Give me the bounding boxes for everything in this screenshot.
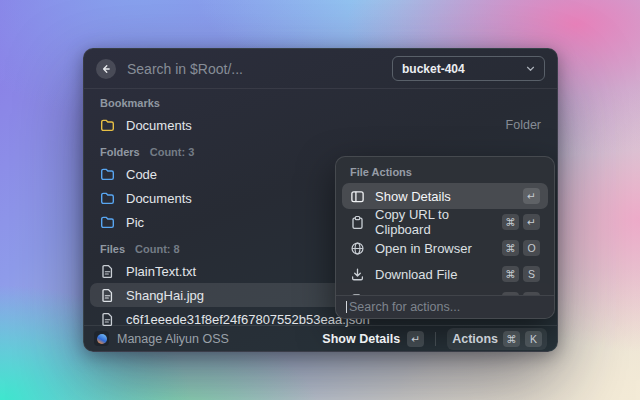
item-label: PlainText.txt xyxy=(126,264,196,279)
item-label: Code xyxy=(126,167,157,182)
item-label: Documents xyxy=(126,118,192,133)
statusbar-divider xyxy=(435,332,436,346)
action-copy-url[interactable]: Copy URL to Clipboard ⌘ ↵ xyxy=(342,209,548,235)
section-title: Folders xyxy=(100,145,140,159)
text-caret xyxy=(346,301,347,313)
chevron-down-icon xyxy=(526,66,535,72)
folder-icon xyxy=(100,167,115,182)
item-label: ShangHai.jpg xyxy=(126,288,204,303)
actions-search-input[interactable]: Search for actions... xyxy=(336,295,554,318)
item-accessory: Folder xyxy=(506,118,541,132)
key-badge: ⌘ xyxy=(502,214,519,230)
key-badge: O xyxy=(523,240,540,256)
action-label: Open in Browser xyxy=(375,241,472,256)
folder-icon xyxy=(100,118,115,133)
section-count: Count: 8 xyxy=(135,242,180,256)
launcher-window: Search in $Root/... bucket-404 Bookmarks… xyxy=(83,48,558,352)
file-actions-panel: File Actions Show Details ↵ Copy URL to … xyxy=(335,156,555,319)
primary-action-button[interactable]: Show Details xyxy=(322,332,400,346)
item-label: Documents xyxy=(126,191,192,206)
action-label: Copy URL to Clipboard xyxy=(375,207,492,237)
section-title: Bookmarks xyxy=(100,96,160,110)
action-open-in-browser[interactable]: Open in Browser ⌘ O xyxy=(342,235,548,261)
item-label: Pic xyxy=(126,215,144,230)
list-item-bookmark-documents[interactable]: Documents Folder xyxy=(90,113,551,137)
bucket-dropdown[interactable]: bucket-404 xyxy=(392,56,545,81)
app-label: Manage Aliyun OSS xyxy=(117,332,229,346)
actions-button-label: Actions xyxy=(452,332,498,346)
search-input[interactable]: Search in $Root/... xyxy=(127,61,392,77)
panel-title: File Actions xyxy=(342,161,548,183)
key-badge: S xyxy=(523,266,540,282)
actions-search-placeholder: Search for actions... xyxy=(349,300,460,314)
action-show-details[interactable]: Show Details ↵ xyxy=(342,183,548,209)
file-icon xyxy=(100,264,115,279)
bucket-dropdown-value: bucket-404 xyxy=(402,62,465,76)
back-button[interactable] xyxy=(96,59,116,79)
section-title: Files xyxy=(100,242,125,256)
folder-icon xyxy=(100,215,115,230)
status-bar: Manage Aliyun OSS Show Details ↵ Actions… xyxy=(84,325,557,351)
key-badge: ↵ xyxy=(523,188,540,204)
key-badge: ⌘ xyxy=(502,240,519,256)
action-download-file[interactable]: Download File ⌘ S xyxy=(342,261,548,287)
action-label: Download File xyxy=(375,267,457,282)
arrow-left-icon xyxy=(100,63,112,75)
key-badge: ↵ xyxy=(407,331,424,347)
folder-icon xyxy=(100,191,115,206)
globe-icon xyxy=(350,241,365,256)
key-badge: ⌘ xyxy=(502,266,519,282)
aliyun-oss-icon xyxy=(94,331,109,346)
section-count: Count: 3 xyxy=(150,145,195,159)
key-badge: ⌘ xyxy=(503,331,520,347)
actions-menu-button[interactable]: Actions ⌘ K xyxy=(447,328,547,350)
section-header-bookmarks: Bookmarks xyxy=(90,91,551,113)
search-bar: Search in $Root/... bucket-404 xyxy=(84,49,557,89)
key-badge: ↵ xyxy=(523,214,540,230)
download-icon xyxy=(350,267,365,282)
action-label: Show Details xyxy=(375,189,451,204)
clipboard-icon xyxy=(350,215,365,230)
key-badge: K xyxy=(525,331,542,347)
file-icon xyxy=(100,288,115,303)
sidebar-icon xyxy=(350,189,365,204)
